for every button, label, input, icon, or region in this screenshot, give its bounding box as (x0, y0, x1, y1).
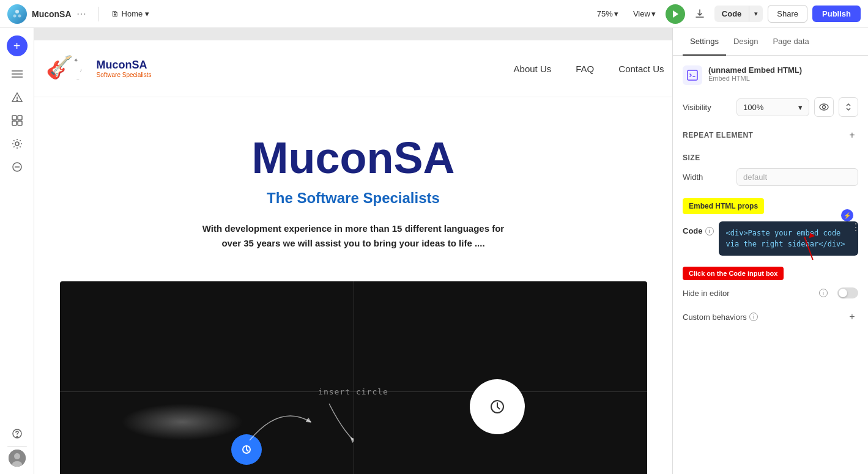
nav-contact[interactable]: Contact Us (618, 64, 664, 74)
sidebar-settings-icon[interactable] (7, 133, 28, 154)
lightning-badge: ⚡ (841, 209, 853, 221)
repeat-element-add-button[interactable]: + (846, 129, 858, 141)
repeat-element-section: Repeat element + (683, 129, 858, 141)
code-info-icon[interactable]: i (705, 227, 714, 235)
annotation-container: Click on the Code input box (683, 264, 858, 280)
code-dropdown-button[interactable]: ▾ (749, 6, 763, 21)
svg-point-31 (820, 104, 828, 110)
svg-text:♪: ♪ (80, 67, 82, 73)
page-file-icon: 🗎 (111, 9, 119, 18)
top-bar: MuconSA ⋯ 🗎 Home ▾ 75% ▾ View ▾ Code ▾ S… (0, 0, 868, 28)
eye-toggle-button[interactable] (814, 97, 834, 117)
sidebar-help-icon[interactable] (7, 423, 28, 444)
svg-point-9 (17, 100, 18, 101)
svg-text:🎸: 🎸 (46, 54, 73, 80)
main-area: + (0, 28, 868, 474)
code-more-button[interactable]: ⋮ (851, 221, 861, 233)
visibility-label: Visibility (683, 103, 732, 112)
nav-faq[interactable]: FAQ (576, 64, 594, 74)
canvas-area[interactable]: 🎸 ✦ ♪ ~ MuconSA Software Specialists Abo… (34, 28, 672, 474)
left-sidebar: + (0, 28, 34, 474)
sidebar-layers-icon[interactable] (7, 64, 28, 84)
repeat-element-header: Repeat element + (683, 129, 858, 141)
user-avatar[interactable] (9, 450, 26, 467)
svg-point-0 (15, 10, 19, 13)
hero-section: MuconSA The Software Specialists With de… (34, 97, 672, 269)
hero-title: MuconSA (72, 134, 635, 182)
site-name: MuconSA (32, 9, 72, 19)
page-selector[interactable]: 🗎 Home ▾ (106, 7, 155, 21)
size-section-label: Size (683, 154, 700, 162)
svg-text:~: ~ (76, 76, 80, 82)
publish-button[interactable]: Publish (812, 6, 861, 22)
sidebar-divider-line (7, 446, 27, 447)
width-label: Width (683, 172, 732, 182)
visibility-input[interactable]: 100% ▾ (736, 98, 809, 116)
svg-point-20 (14, 453, 20, 459)
visibility-value: 100% (743, 103, 763, 112)
embed-props-section: Embed HTML props ⚡ Code i <div>Paste you… (683, 198, 858, 298)
zoom-control[interactable]: 75% ▾ (592, 7, 623, 21)
export-button[interactable] (690, 4, 710, 24)
svg-point-14 (15, 142, 19, 146)
app-logo (7, 4, 27, 24)
svg-point-2 (18, 14, 21, 17)
code-input[interactable]: <div>Paste your embed code via the right… (719, 221, 859, 256)
tab-page-data[interactable]: Page data (765, 28, 816, 56)
view-button[interactable]: View ▾ (628, 7, 661, 21)
annotation-label: Click on the Code input box (683, 267, 784, 280)
sidebar-bottom (7, 423, 28, 467)
website-preview: 🎸 ✦ ♪ ~ MuconSA Software Specialists Abo… (34, 40, 672, 474)
sidebar-minus-circle-icon[interactable] (7, 157, 28, 177)
svg-marker-3 (673, 10, 678, 18)
hide-info-icon[interactable]: i (819, 289, 828, 297)
hide-in-editor-label: Hide in editor (683, 289, 814, 298)
share-button[interactable]: Share (768, 5, 807, 23)
visibility-section: Visibility 100% ▾ (683, 97, 858, 117)
svg-rect-30 (688, 70, 697, 80)
size-section: Size Width default (683, 154, 858, 186)
add-element-button[interactable]: + (7, 35, 28, 56)
nav-links: About Us FAQ Contact Us (514, 64, 664, 74)
hide-in-editor-toggle[interactable] (837, 287, 858, 298)
logo-sub: Software Specialists (97, 72, 152, 78)
visibility-row: Visibility 100% ▾ (683, 97, 858, 117)
nav-about[interactable]: About Us (514, 64, 552, 74)
visibility-arrows-button[interactable] (839, 97, 858, 117)
site-logo: 🎸 ✦ ♪ ~ MuconSA Software Specialists (43, 50, 152, 87)
custom-behaviors-info-icon[interactable]: i (749, 313, 758, 321)
element-name: (unnamed Embed HTML) (708, 65, 858, 75)
visibility-dropdown-icon: ▾ (798, 103, 803, 112)
tab-design[interactable]: Design (726, 28, 765, 56)
custom-behaviors-add-button[interactable]: + (846, 311, 858, 323)
view-dropdown-icon: ▾ (651, 9, 656, 18)
width-input[interactable]: default (736, 168, 858, 186)
tab-settings[interactable]: Settings (683, 28, 726, 56)
toggle-knob (839, 289, 847, 297)
svg-rect-10 (12, 116, 17, 120)
element-header: (unnamed Embed HTML) Embed HTML (683, 65, 858, 85)
preview-play-button[interactable] (666, 4, 685, 24)
sidebar-elements-icon[interactable] (7, 110, 28, 131)
site-nav: 🎸 ✦ ♪ ~ MuconSA Software Specialists Abo… (34, 40, 672, 97)
custom-behaviors-label: Custom behaviors i (683, 313, 758, 322)
page-name: Home (122, 9, 143, 18)
panel-content: (unnamed Embed HTML) Embed HTML Visibili… (673, 56, 868, 474)
code-value: <div>Paste your embed code via the right… (726, 229, 845, 248)
element-type: Embed HTML (708, 75, 858, 82)
repeat-element-label: Repeat element (683, 131, 753, 139)
panel-tabs: Settings Design Page data (673, 28, 868, 56)
svg-rect-11 (18, 116, 22, 120)
sidebar-warning-icon[interactable] (7, 87, 28, 108)
svg-text:✦: ✦ (73, 57, 78, 64)
animation-canvas[interactable]: insert circle (60, 281, 647, 474)
hide-in-editor-row: Hide in editor i (683, 287, 858, 298)
site-options-icon[interactable]: ⋯ (76, 8, 86, 20)
view-label: View (633, 9, 650, 18)
divider (98, 7, 99, 21)
zoom-level: 75% (597, 9, 613, 18)
logo-name: MuconSA (97, 59, 152, 72)
svg-point-1 (13, 14, 17, 17)
code-row: ⚡ Code i <div>Paste your embed code via … (683, 221, 858, 256)
code-main-button[interactable]: Code (714, 6, 749, 22)
